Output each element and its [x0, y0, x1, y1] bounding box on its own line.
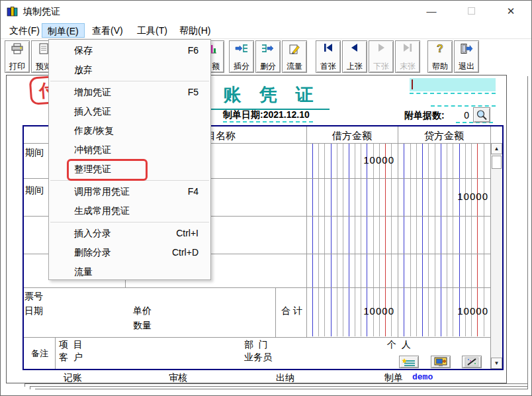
menubar-file[interactable]: 文件(F)	[4, 23, 45, 38]
menu-item-insert-voucher[interactable]: 插入凭证	[49, 102, 210, 121]
sig-maker-label: 制单	[384, 372, 403, 384]
footer-date-label: 日期	[24, 305, 43, 317]
remark-label: 备注	[31, 348, 48, 360]
attach-lookup-button[interactable]	[473, 107, 490, 123]
document-icon	[38, 43, 49, 54]
toolbar-label: 打印	[9, 62, 25, 71]
menu-item-flow[interactable]: 流量	[49, 262, 210, 281]
flow-button[interactable]: 流量	[282, 40, 307, 73]
scroll-up-button[interactable]: ▲	[491, 143, 502, 154]
menubar-view[interactable]: 查看(V)	[87, 23, 128, 38]
footer-qty-label: 数量	[133, 320, 152, 332]
toolbar-label: 插分	[234, 62, 249, 71]
dashed-underline	[223, 121, 313, 123]
minimize-button[interactable]: —	[416, 1, 447, 21]
printer-icon	[11, 43, 24, 54]
note-icon	[402, 358, 416, 367]
menu-item-call-common-voucher[interactable]: 调用常用凭证F4	[49, 182, 210, 201]
row-summary[interactable]: 期间	[25, 185, 44, 197]
attach-count-value: 0	[457, 110, 469, 121]
menu-shortcut: F4	[188, 182, 199, 201]
row-credit-amount[interactable]: 10000	[398, 191, 488, 202]
toolbar-label: 帮助	[432, 62, 448, 71]
footer-price-label: 单价	[133, 305, 152, 317]
toolbar-label: 下张	[373, 62, 389, 71]
toolbar-label: 流量	[287, 62, 302, 71]
menubar-help[interactable]: 帮助(H)	[174, 23, 216, 38]
scroll-down-button[interactable]: ▼	[491, 358, 502, 369]
maximize-button[interactable]	[456, 1, 486, 21]
cascade-window-edge	[30, 386, 30, 389]
menu-item-insert-entry[interactable]: 插入分录Ctrl+I	[49, 224, 210, 243]
maximize-icon	[468, 7, 475, 15]
remark-project-label: 项 目	[59, 339, 83, 351]
toolbar-label: 首张	[320, 62, 336, 71]
remark-salesman-label: 业务员	[244, 352, 272, 364]
grid-line	[24, 337, 490, 338]
pencil-note-icon	[288, 43, 300, 54]
delete-entry-button[interactable]: 删分	[255, 40, 281, 73]
highlight-box-organize-voucher	[67, 159, 148, 181]
prev-voucher-button[interactable]: 上张	[342, 40, 367, 73]
menubar-voucher[interactable]: 制单(E)	[42, 23, 85, 38]
next-icon	[375, 43, 387, 52]
footer-ticket-label: 票号	[24, 291, 43, 303]
help-button[interactable]: ? 帮助	[427, 40, 453, 73]
row-summary[interactable]: 期间	[25, 147, 44, 159]
menu-item-void-restore[interactable]: 作废/恢复	[49, 121, 210, 140]
first-icon	[322, 43, 334, 52]
help-icon: ?	[435, 43, 445, 54]
footer-total-label: 合 计	[281, 305, 302, 317]
menu-separator	[50, 222, 209, 223]
toolbar-label: 末张	[400, 62, 416, 71]
scroll-thumb[interactable]	[492, 156, 502, 169]
menu-shortcut: F5	[188, 83, 199, 102]
print-button[interactable]: 打印	[5, 40, 30, 73]
cascade-window-edge	[35, 389, 527, 389]
row-debit-amount[interactable]: 10000	[307, 154, 394, 166]
wand-tool-button[interactable]	[462, 356, 482, 368]
text-caret	[412, 79, 413, 89]
menu-shortcut: F6	[188, 41, 199, 60]
cascade-window-edge	[527, 76, 528, 389]
remark-customer-label: 客 户	[59, 352, 83, 364]
insert-entry-button[interactable]: 插分	[229, 40, 254, 73]
note-tool-button[interactable]	[399, 356, 419, 368]
menu-item-generate-common-voucher[interactable]: 生成常用凭证	[49, 201, 210, 221]
grid-line	[275, 287, 276, 337]
insert-entry-icon	[235, 43, 248, 54]
credit-ruled-column	[398, 143, 490, 287]
display-icon	[433, 357, 448, 367]
dashed-underline	[410, 93, 496, 94]
toolbar-label: 退出	[459, 62, 474, 71]
close-button[interactable]: ✕	[496, 1, 526, 21]
cascade-window-edge	[24, 383, 25, 387]
column-header-credit: 贷方金额	[398, 128, 490, 144]
menu-item-add-voucher[interactable]: 增加凭证F5	[49, 83, 210, 102]
menu-shortcut: Ctrl+I	[176, 224, 199, 243]
remark-dept-label: 部 门	[244, 339, 268, 351]
grid-line	[55, 337, 56, 369]
previous-icon	[349, 43, 361, 52]
first-voucher-button[interactable]: 首张	[316, 40, 341, 73]
table-scrollbar[interactable]: ▲ ▼	[491, 143, 502, 369]
total-credit-amount: 10000	[398, 305, 488, 317]
toolbar-label: 删分	[260, 62, 276, 71]
last-voucher-button: 末张	[395, 40, 420, 73]
voucher-number-input[interactable]	[410, 78, 496, 91]
dashed-underline	[431, 105, 496, 107]
title-bar: 填制凭证 — ✕	[1, 1, 531, 22]
menu-item-reverse-voucher[interactable]: 冲销凭证	[49, 140, 210, 160]
attach-count-label: 附单据数:	[404, 110, 445, 122]
app-window: 填制凭证 — ✕ 文件(F) 制单(E) 查看(V) 工具(T) 帮助(H) 打…	[0, 0, 532, 396]
display-tool-button[interactable]	[431, 356, 451, 368]
exit-door-icon	[460, 43, 473, 54]
window-title: 填制凭证	[23, 6, 60, 18]
menu-item-delete-entry[interactable]: 删除分录Ctrl+D	[49, 243, 210, 262]
menu-item-discard[interactable]: 放弃	[49, 60, 210, 79]
exit-button[interactable]: 退出	[454, 40, 479, 73]
menu-item-save[interactable]: 保存F6	[49, 41, 210, 60]
last-icon	[402, 43, 414, 52]
next-voucher-button: 下张	[369, 40, 394, 73]
menubar-tools[interactable]: 工具(T)	[132, 23, 173, 38]
